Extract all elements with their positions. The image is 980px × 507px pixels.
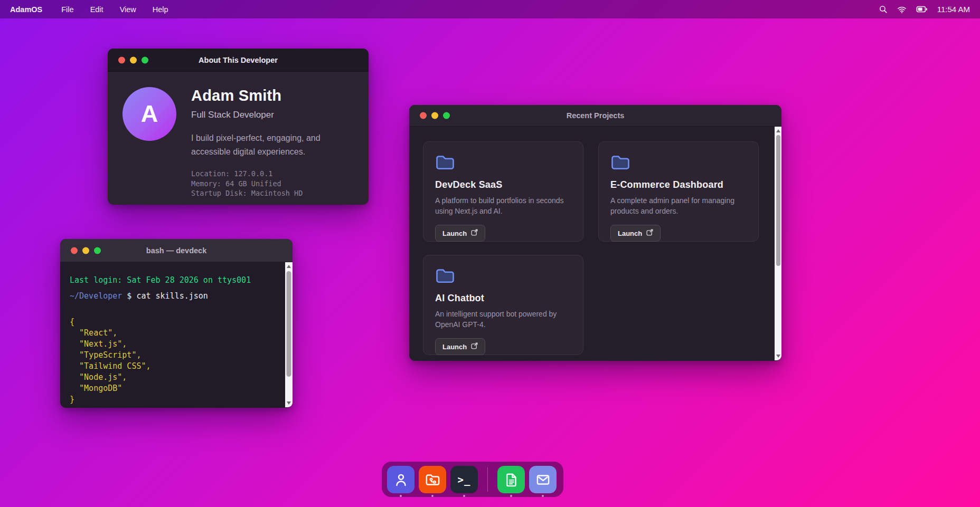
dock-item-mail[interactable] — [529, 466, 557, 497]
developer-name: Adam Smith — [191, 87, 333, 104]
projects-scrollbar[interactable] — [775, 127, 781, 360]
stat-memory: Memory: 64 GB Unified — [191, 179, 333, 189]
about-window: About This Developer A Adam Smith Full S… — [108, 49, 369, 205]
running-indicator — [463, 495, 465, 497]
battery-icon[interactable] — [916, 5, 928, 13]
project-name: E-Commerce Dashboard — [610, 179, 747, 190]
terminal-json-line: { — [70, 317, 279, 328]
minimize-button[interactable] — [431, 112, 438, 119]
status-area: 11:54 AM — [879, 5, 970, 14]
dock: >_ — [382, 462, 563, 497]
terminal-json-line: "React", — [70, 328, 279, 339]
terminal-json-line: "Node.js", — [70, 372, 279, 383]
stat-location: Location: 127.0.0.1 — [191, 169, 333, 179]
terminal-icon[interactable]: >_ — [450, 466, 478, 493]
scroll-up-arrow[interactable] — [776, 129, 780, 132]
projects-content: DevDeck SaaS A platform to build portfol… — [409, 127, 781, 360]
about-content: A Adam Smith Full Stack Developer I buil… — [108, 72, 369, 198]
project-description: A complete admin panel for managing prod… — [610, 196, 747, 216]
stat-startup-disk: Startup Disk: Macintosh HD — [191, 188, 333, 198]
mail-icon[interactable] — [529, 466, 557, 493]
menu-item-view[interactable]: View — [120, 5, 136, 14]
scroll-down-arrow[interactable] — [287, 401, 291, 405]
person-icon[interactable] — [387, 466, 414, 493]
avatar-letter: A — [141, 100, 158, 128]
close-button[interactable] — [118, 56, 125, 63]
external-link-icon — [471, 229, 478, 237]
menu-items: File Edit View Help — [61, 5, 168, 14]
project-cards: DevDeck SaaS A platform to build portfol… — [409, 127, 781, 368]
folder-icon — [435, 267, 571, 284]
running-indicator — [431, 495, 434, 497]
dock-item-notes[interactable] — [497, 466, 525, 497]
launch-button[interactable]: Launch — [435, 338, 485, 355]
scroll-up-arrow[interactable] — [287, 265, 291, 268]
project-name: DevDeck SaaS — [435, 179, 571, 190]
developer-role: Full Stack Developer — [191, 110, 333, 120]
avatar: A — [123, 87, 176, 141]
dock-item-projects-folder[interactable] — [419, 466, 446, 497]
scrollbar-thumb[interactable] — [287, 271, 291, 377]
terminal-line-last-login: Last login: Sat Feb 28 2026 on ttys001 — [70, 275, 279, 286]
projects-window: Recent Projects DevDeck SaaS A platform … — [409, 105, 781, 361]
window-controls — [118, 56, 148, 63]
terminal-prompt-line: ~/Developer $ cat skills.json — [70, 291, 279, 302]
launch-button[interactable]: Launch — [435, 225, 485, 242]
terminal-window: bash — devdeck Last login: Sat Feb 28 20… — [60, 239, 293, 408]
minimize-button[interactable] — [130, 56, 137, 63]
project-card-devdeck: DevDeck SaaS A platform to build portfol… — [423, 141, 583, 242]
os-brand[interactable]: AdamOS — [10, 5, 42, 14]
terminal-json-line: "Tailwind CSS", — [70, 361, 279, 372]
dock-divider — [487, 467, 488, 492]
project-card-ecommerce: E-Commerce Dashboard A complete admin pa… — [598, 141, 759, 242]
launch-button[interactable]: Launch — [610, 225, 661, 242]
maximize-button[interactable] — [142, 56, 148, 63]
menu-item-file[interactable]: File — [61, 5, 73, 14]
developer-bio: I build pixel-perfect, engaging, and acc… — [191, 131, 333, 159]
menu-item-edit[interactable]: Edit — [90, 5, 103, 14]
window-title: Recent Projects — [409, 111, 781, 120]
prompt-command: $ cat skills.json — [122, 291, 208, 301]
system-stats: Location: 127.0.0.1 Memory: 64 GB Unifie… — [191, 169, 333, 198]
terminal-scrollbar[interactable] — [285, 262, 293, 407]
running-indicator — [542, 495, 544, 497]
projects-titlebar[interactable]: Recent Projects — [409, 105, 781, 127]
terminal-titlebar[interactable]: bash — devdeck — [60, 239, 293, 262]
wifi-icon[interactable] — [897, 5, 907, 14]
clock[interactable]: 11:54 AM — [937, 5, 970, 14]
running-indicator — [510, 495, 512, 497]
scroll-down-arrow[interactable] — [776, 355, 780, 358]
maximize-button[interactable] — [94, 247, 101, 254]
menu-bar: AdamOS File Edit View Help 11:54 AM — [0, 0, 980, 18]
close-button[interactable] — [71, 247, 78, 254]
folder-git-icon[interactable] — [419, 466, 446, 493]
dock-item-profile[interactable] — [387, 466, 414, 497]
project-card-ai-chatbot: AI Chatbot An intelligent support bot po… — [423, 255, 583, 355]
close-button[interactable] — [420, 112, 427, 119]
external-link-icon — [646, 229, 653, 237]
terminal-json-line: } — [70, 394, 279, 405]
window-controls — [71, 247, 101, 254]
project-description: An intelligent support bot powered by Op… — [435, 309, 571, 330]
project-description: A platform to build portfolios in second… — [435, 196, 571, 216]
about-titlebar[interactable]: About This Developer — [108, 49, 369, 72]
prompt-path: ~/Developer — [70, 291, 122, 301]
folder-icon — [435, 154, 571, 170]
window-controls — [420, 112, 450, 119]
folder-icon — [610, 154, 747, 170]
scrollbar-thumb[interactable] — [776, 135, 780, 266]
terminal-json-line: "TypeScript", — [70, 350, 279, 361]
menu-item-help[interactable]: Help — [153, 5, 168, 14]
maximize-button[interactable] — [443, 112, 450, 119]
desktop-background: AdamOS File Edit View Help 11:54 AM — [0, 0, 980, 507]
external-link-icon — [471, 342, 478, 351]
minimize-button[interactable] — [82, 247, 89, 254]
document-icon[interactable] — [497, 466, 525, 493]
terminal-output[interactable]: Last login: Sat Feb 28 2026 on ttys001 ~… — [60, 262, 293, 407]
running-indicator — [400, 495, 402, 497]
project-name: AI Chatbot — [435, 293, 571, 304]
terminal-json-line: "MongoDB" — [70, 383, 279, 394]
search-icon[interactable] — [879, 5, 888, 14]
terminal-json-line: "Next.js", — [70, 339, 279, 350]
dock-item-terminal[interactable]: >_ — [450, 466, 478, 497]
